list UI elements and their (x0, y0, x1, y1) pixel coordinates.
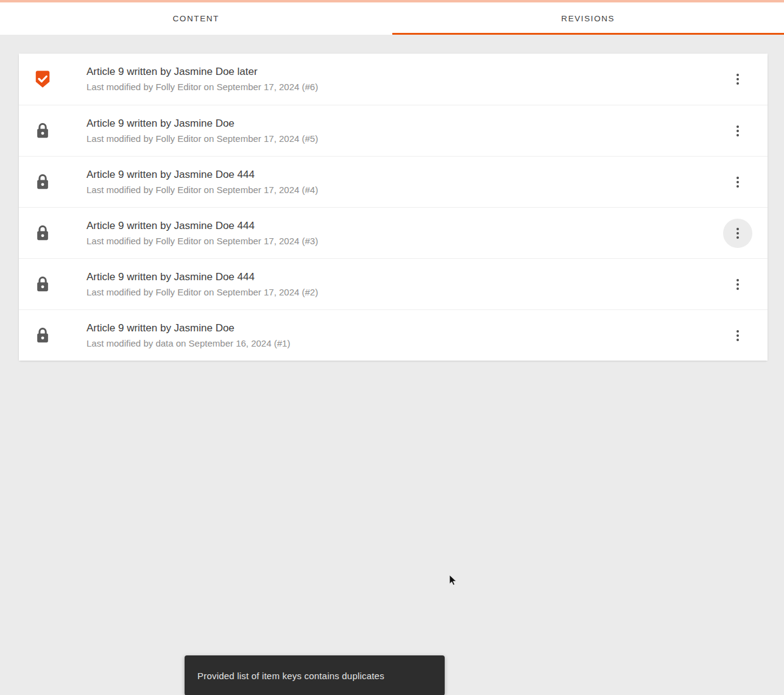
toast-message: Provided list of item keys contains dupl… (197, 671, 384, 681)
lock-icon (34, 224, 51, 243)
revision-menu-button[interactable] (723, 270, 752, 299)
revision-menu-button[interactable] (723, 168, 752, 197)
revision-list-item[interactable]: Article 9 written by Jasmine Doe 444 Las… (19, 207, 768, 258)
revision-text-block: Article 9 written by Jasmine Doe 444 Las… (87, 270, 723, 299)
revision-title: Article 9 written by Jasmine Doe later (87, 65, 723, 79)
kebab-menu-icon (736, 279, 739, 290)
revision-title: Article 9 written by Jasmine Doe (87, 116, 723, 131)
kebab-menu-icon (736, 330, 739, 341)
revision-title: Article 9 written by Jasmine Doe 444 (87, 219, 723, 233)
revision-list: Article 9 written by Jasmine Doe later L… (19, 54, 768, 361)
lock-icon (34, 275, 51, 294)
kebab-menu-icon (736, 125, 739, 136)
revision-text-block: Article 9 written by Jasmine Doe 444 Las… (87, 219, 723, 248)
revision-subtitle: Last modified by Folly Editor on Septemb… (87, 132, 723, 146)
revision-list-item[interactable]: Article 9 written by Jasmine Doe later L… (19, 54, 768, 105)
tab-revisions[interactable]: REVISIONS (392, 2, 784, 35)
revision-list-item[interactable]: Article 9 written by Jasmine Doe Last mo… (19, 309, 768, 361)
revision-subtitle: Last modified by Folly Editor on Septemb… (87, 80, 723, 94)
tab-content[interactable]: CONTENT (0, 2, 392, 35)
tab-bar: CONTENT REVISIONS (0, 2, 784, 35)
revision-title: Article 9 written by Jasmine Doe (87, 321, 723, 336)
revision-menu-button[interactable] (723, 65, 752, 94)
lock-icon (34, 172, 51, 192)
revision-subtitle: Last modified by Folly Editor on Septemb… (87, 235, 723, 248)
revision-text-block: Article 9 written by Jasmine Doe Last mo… (87, 116, 723, 146)
toast-snackbar: Provided list of item keys contains dupl… (185, 655, 445, 695)
kebab-menu-icon (736, 228, 739, 239)
revision-text-block: Article 9 written by Jasmine Doe 444 Las… (87, 168, 723, 197)
revision-subtitle: Last modified by Folly Editor on Septemb… (87, 286, 723, 299)
revision-list-item[interactable]: Article 9 written by Jasmine Doe 444 Las… (19, 156, 768, 207)
revision-list-item[interactable]: Article 9 written by Jasmine Doe 444 Las… (19, 258, 768, 309)
kebab-menu-icon (736, 74, 739, 85)
shield-check-icon (32, 68, 53, 90)
mouse-cursor (449, 574, 457, 587)
revision-title: Article 9 written by Jasmine Doe 444 (87, 168, 723, 182)
lock-icon (32, 222, 53, 244)
shield-check-icon (34, 69, 52, 90)
lock-icon (34, 121, 51, 141)
revision-list-item[interactable]: Article 9 written by Jasmine Doe Last mo… (19, 105, 768, 156)
lock-icon (32, 273, 53, 295)
kebab-menu-icon (736, 177, 739, 188)
lock-icon (34, 326, 51, 345)
revision-text-block: Article 9 written by Jasmine Doe Last mo… (87, 321, 723, 350)
lock-icon (32, 171, 53, 193)
lock-icon (32, 120, 53, 142)
revision-subtitle: Last modified by Folly Editor on Septemb… (87, 183, 723, 197)
revision-menu-button[interactable] (723, 321, 752, 350)
lock-icon (32, 325, 53, 347)
revision-subtitle: Last modified by data on September 16, 2… (87, 337, 723, 350)
revision-menu-button[interactable] (723, 116, 752, 146)
revision-title: Article 9 written by Jasmine Doe 444 (87, 270, 723, 284)
revision-text-block: Article 9 written by Jasmine Doe later L… (87, 65, 723, 94)
revision-menu-button[interactable] (723, 219, 752, 248)
